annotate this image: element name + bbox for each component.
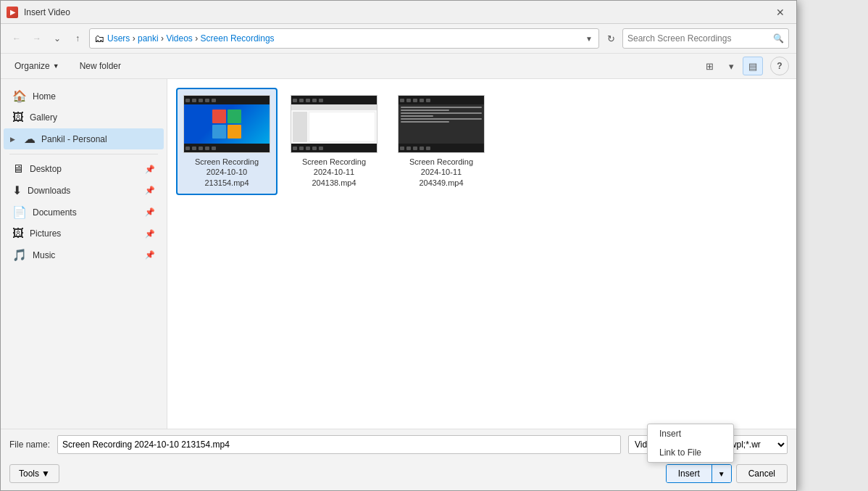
tools-label: Tools	[19, 469, 39, 479]
insert-dropdown-button[interactable]: ▼	[712, 465, 731, 482]
film-hole	[413, 99, 417, 102]
film-hole	[319, 99, 323, 102]
sidebar-item-music[interactable]: 🎵 Music 📌	[4, 244, 164, 265]
thumb2-sidebar	[293, 112, 307, 142]
terminal-line	[401, 107, 482, 108]
organize-button[interactable]: Organize ▼	[8, 57, 66, 75]
address-box[interactable]: 🗂 Users › panki › Videos › Screen Record…	[89, 28, 599, 49]
breadcrumb: Users › panki › Videos › Screen Recordin…	[107, 33, 581, 44]
win-q4	[228, 125, 241, 139]
main-area: 🏠 Home 🖼 Gallery ▶ ☁ Pankil - Personal 🖥…	[1, 79, 796, 429]
large-icons-view-button[interactable]: ⊞	[699, 57, 719, 75]
up-button[interactable]: ↑	[69, 30, 86, 47]
sidebar-item-desktop[interactable]: 🖥 Desktop 📌	[4, 159, 164, 179]
details-view-button[interactable]: ▤	[743, 57, 763, 75]
sidebar-item-pictures[interactable]: 🖼 Pictures 📌	[4, 223, 164, 244]
search-icon: 🔍	[773, 33, 784, 44]
tools-button[interactable]: Tools ▼	[9, 464, 59, 483]
crumb-panki[interactable]: panki	[138, 33, 159, 44]
toolbar-row: Organize ▼ New folder ⊞ ▾ ▤ ?	[1, 54, 796, 79]
film-content-1	[184, 104, 270, 144]
film-hole	[299, 99, 304, 102]
film-hole	[426, 99, 430, 102]
cloud-icon: ☁	[24, 132, 36, 146]
sidebar-pictures-label: Pictures	[30, 228, 61, 239]
new-folder-button[interactable]: New folder	[73, 57, 128, 75]
sidebar-item-documents[interactable]: 📄 Documents 📌	[4, 202, 164, 223]
help-button[interactable]: ?	[770, 57, 789, 75]
crumb-screen-recordings[interactable]: Screen Recordings	[201, 33, 275, 44]
film-hole	[319, 147, 323, 150]
insert-split-button: Insert ▼	[666, 464, 732, 483]
dropdown-insert-item[interactable]: Insert	[648, 424, 733, 443]
dropdown-link-label: Link to File	[659, 447, 701, 458]
film-hole	[306, 147, 310, 150]
pictures-icon: 🖼	[12, 227, 24, 240]
film-hole	[306, 99, 310, 102]
desktop-pin-icon: 📌	[145, 165, 155, 174]
thumb2-inner	[291, 104, 377, 144]
insert-main-button[interactable]: Insert	[667, 465, 712, 482]
film-bottom-2	[291, 144, 377, 152]
file-item-3[interactable]: Screen Recording2024-10-11204349.mp4	[391, 88, 492, 195]
refresh-button[interactable]: ↻	[602, 30, 619, 47]
terminal-line	[401, 112, 482, 114]
win-q3	[212, 125, 226, 139]
film-hole	[413, 147, 417, 150]
terminal-line	[401, 115, 433, 117]
file-thumbnail-1	[183, 95, 270, 153]
search-input[interactable]	[627, 33, 770, 44]
sidebar-documents-label: Documents	[33, 207, 77, 218]
film-hole	[426, 147, 430, 150]
cancel-button[interactable]: Cancel	[736, 464, 788, 483]
crumb-users[interactable]: Users	[107, 33, 130, 44]
file-name-input[interactable]	[57, 435, 621, 454]
insert-label: Insert	[678, 469, 700, 479]
film-hole	[400, 99, 404, 102]
film-top-3	[398, 96, 484, 104]
film-hole	[406, 99, 411, 102]
sidebar-music-label: Music	[33, 250, 55, 260]
folder-icon: 🗂	[94, 33, 104, 44]
insert-dropdown-menu: Insert Link to File	[647, 424, 734, 463]
thumb2-main	[309, 112, 375, 142]
crumb-videos[interactable]: Videos	[166, 33, 192, 44]
film-content-3	[398, 104, 484, 144]
address-bar-row: ← → ⌄ ↑ 🗂 Users › panki › Videos › Scree…	[1, 24, 796, 54]
sidebar-item-home[interactable]: 🏠 Home	[4, 86, 164, 107]
film-top-1	[184, 96, 270, 104]
sidebar-item-pankil-personal[interactable]: ▶ ☁ Pankil - Personal	[4, 128, 164, 149]
back-button[interactable]: ←	[8, 30, 25, 47]
sidebar-downloads-label: Downloads	[28, 186, 70, 196]
new-folder-label: New folder	[80, 61, 121, 71]
recent-locations-button[interactable]: ⌄	[49, 30, 66, 47]
film-hole	[420, 147, 424, 150]
sidebar-item-gallery[interactable]: 🖼 Gallery	[4, 107, 164, 128]
film-hole	[212, 147, 216, 150]
windows-logo	[212, 110, 241, 139]
tools-chevron-icon: ▼	[41, 469, 50, 479]
film-hole	[212, 99, 216, 102]
film-hole	[205, 147, 209, 150]
gallery-icon: 🖼	[12, 111, 24, 124]
sidebar-item-downloads[interactable]: ⬇ Downloads 📌	[4, 180, 164, 201]
dropdown-link-to-file-item[interactable]: Link to File	[648, 443, 733, 462]
film-top-2	[291, 96, 377, 104]
film-strip-1	[184, 96, 270, 152]
address-dropdown-btn[interactable]: ▼	[584, 33, 594, 44]
music-pin-icon: 📌	[145, 250, 155, 260]
view-options-button[interactable]: ▾	[721, 57, 741, 75]
sidebar-desktop-label: Desktop	[30, 164, 62, 174]
file-name-2: Screen Recording2024-10-11204138.mp4	[302, 157, 366, 188]
close-button[interactable]: ✕	[770, 2, 790, 22]
file-item-2[interactable]: Screen Recording2024-10-11204138.mp4	[283, 88, 385, 195]
file-thumbnail-2	[291, 95, 377, 153]
forward-button[interactable]: →	[28, 30, 46, 47]
organize-chevron-icon: ▼	[53, 62, 59, 70]
file-name-1: Screen Recording2024-10-10213154.mp4	[195, 157, 259, 188]
file-item-1[interactable]: Screen Recording2024-10-10213154.mp4	[176, 88, 277, 195]
documents-icon: 📄	[12, 205, 27, 219]
win-q2	[228, 110, 241, 123]
search-box[interactable]: 🔍	[622, 28, 789, 49]
film-hole	[420, 99, 424, 102]
